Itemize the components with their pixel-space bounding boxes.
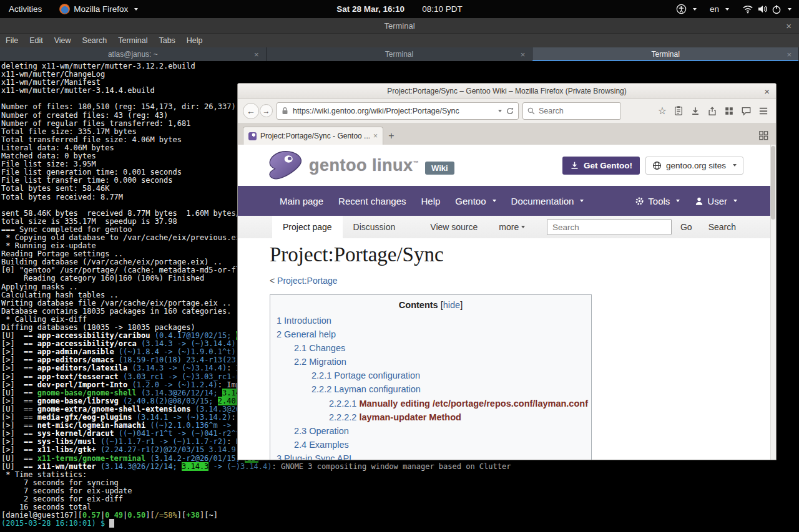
tab-close-icon[interactable]: × [521,50,526,59]
nav-tools-dropdown[interactable]: Tools [627,196,687,206]
terminal-tab-2[interactable]: Terminal × [267,47,533,61]
tab-close-icon[interactable]: × [254,50,259,59]
toc-entry[interactable]: 2.1 Changes [270,341,591,355]
toc-entry[interactable]: 2 General help [270,327,591,341]
toc-entry[interactable]: 2.2.1 Portage configuration [270,369,591,382]
gentoo-sites-dropdown[interactable]: gentoo.org sites [645,157,743,175]
accessibility-menu[interactable] [674,0,699,18]
url-bar[interactable]: https://wiki.gentoo.org/wiki/Project:Por… [277,102,519,120]
menu-edit[interactable]: Edit [24,36,49,45]
nav-gentoo-dropdown[interactable]: Gentoo [448,196,503,206]
toc-entry[interactable]: 1 Introduction [270,314,591,327]
toc-entry[interactable]: 2.2 Migration [270,355,591,369]
bookmarks-menu-icon[interactable] [674,105,684,116]
toc-entry[interactable]: 2.3 Operation [270,424,591,438]
toc-entry[interactable]: 2.2.2.1 Manually editing /etc/portage/re… [270,397,591,410]
user-icon [695,196,703,206]
chevron-down-icon [725,8,729,11]
chevron-down-icon [733,164,737,167]
window-close-button[interactable]: × [764,84,770,99]
tab-more-dropdown[interactable]: more [488,216,536,238]
tab-close-icon[interactable]: × [787,50,792,59]
gentoo-wordmark: gentoo linux™ [309,156,419,175]
tab-view-source[interactable]: View source [419,216,488,238]
tab-title: Project:Portage/Sync - Gentoo ... [260,132,370,140]
system-status-menu[interactable] [740,0,794,18]
activities-button[interactable]: Activities [6,0,44,18]
keyboard-layout-label: en [710,4,719,14]
app-menu-firefox[interactable]: Mozilla Firefox [57,0,140,18]
tab-groups-icon[interactable] [758,130,768,140]
scrollbar-thumb[interactable] [771,146,775,220]
tab-discussion[interactable]: Discussion [343,216,406,238]
gentoo-logo[interactable] [268,150,303,181]
forward-button[interactable]: → [260,104,273,117]
chevron-down-icon [493,200,496,202]
nav-main-page[interactable]: Main page [272,196,331,206]
url-text: https://wiki.gentoo.org/wiki/Project:Por… [293,107,494,115]
lock-icon [281,106,289,115]
url-dropdown-icon[interactable] [498,110,502,112]
breadcrumb-link[interactable]: Project:Portage [277,276,338,286]
wiki-badge: Wiki [425,162,454,175]
tab-label: Terminal [652,50,680,59]
tab-project-page[interactable]: Project page [272,216,343,238]
chevron-down-icon [693,8,697,11]
toc-hide-link[interactable]: hide [443,300,460,310]
hamburger-menu-icon[interactable] [758,107,768,115]
volume-icon [757,4,768,14]
back-button[interactable]: ← [243,103,259,119]
table-of-contents: Contents [hide] 1 Introduction2 General … [270,294,592,460]
gear-icon [635,196,644,206]
window-close-button[interactable]: × [786,18,792,34]
new-tab-button[interactable]: + [383,127,400,145]
chevron-down-icon [788,8,792,11]
clock[interactable]: Sat 28 Mar, 16:10 [336,4,404,14]
firefox-titlebar[interactable]: Project:Portage/Sync – Gentoo Wiki – Moz… [238,84,776,99]
get-gentoo-button[interactable]: Get Gentoo! [562,157,640,175]
terminal-title: Terminal [384,21,414,31]
downloads-icon[interactable] [690,106,700,116]
wiki-header: gentoo linux™ Wiki Get Gentoo! gentoo.or… [238,145,776,186]
nav-documentation-dropdown[interactable]: Documentation [504,196,592,206]
secondary-clock: 08:10 PDT [422,4,463,14]
search-box[interactable] [522,102,621,120]
keyboard-layout-menu[interactable]: en [707,0,732,18]
toc-entry[interactable]: 2.4 Examples [270,438,591,452]
search-input[interactable] [539,107,617,115]
menu-tabs[interactable]: Tabs [153,36,180,45]
wiki-navbar: Main page Recent changes Help Gentoo Doc… [238,186,776,216]
menu-view[interactable]: View [49,36,77,45]
menu-help[interactable]: Help [181,36,208,45]
wiki-search-input[interactable] [547,219,672,235]
hello-chat-icon[interactable] [741,106,752,116]
wiki-subnav: Project page Discussion View source more… [238,216,776,238]
toc-entry[interactable]: 3 Plug-in Sync API [270,452,591,460]
download-icon [570,161,579,170]
menu-search[interactable]: Search [77,36,113,45]
menu-file[interactable]: File [0,36,24,45]
search-icon [527,107,536,115]
nav-user-dropdown[interactable]: User [687,196,745,206]
terminal-line: [U] == x11-wm/mutter (3.14.3@26/12/14; 3… [1,463,799,471]
menu-terminal[interactable]: Terminal [112,36,153,45]
power-icon [772,4,782,14]
go-button[interactable]: Go [673,222,700,232]
terminal-line: deleting x11-wm/mutter/mutter-3.12.2.ebu… [1,62,799,70]
apps-grid-icon[interactable] [724,106,734,116]
browser-tab-active[interactable]: Project:Portage/Sync - Gentoo ... × [243,127,383,145]
toc-entry[interactable]: 2.2.2.2 layman-updater Method [270,410,591,424]
nav-recent-changes[interactable]: Recent changes [331,196,413,206]
tab-close-icon[interactable]: × [373,132,378,140]
page-scrollbar[interactable] [770,145,776,460]
toc-entry[interactable]: 2.2.2 Layman configuration [270,382,591,396]
nav-help[interactable]: Help [413,196,448,206]
terminal-tab-1[interactable]: atlas@janus: ~ × [0,47,267,61]
reload-icon[interactable] [506,107,514,115]
terminal-tab-3-active[interactable]: Terminal × [532,47,799,61]
share-icon[interactable] [707,106,717,116]
bookmark-star-icon[interactable]: ☆ [658,106,667,116]
wiki-search-button[interactable]: Search [701,222,743,232]
terminal-titlebar[interactable]: Terminal × [0,18,799,34]
firefox-window: Project:Portage/Sync – Gentoo Wiki – Moz… [237,83,777,460]
